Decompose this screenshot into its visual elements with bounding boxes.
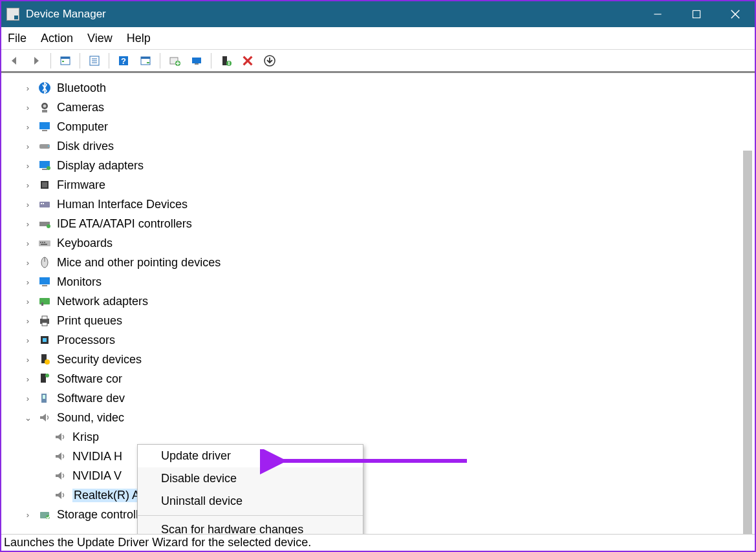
menu-help[interactable]: Help [127, 32, 151, 45]
svg-rect-58 [43, 338, 47, 342]
tree-category[interactable]: ›Cameras [23, 98, 755, 117]
scan-hardware-button[interactable] [188, 52, 206, 69]
chevron-right-icon[interactable]: › [23, 161, 32, 171]
app-icon [6, 8, 19, 21]
svg-rect-47 [41, 244, 47, 245]
tree-category[interactable]: ›IDE ATA/ATAPI controllers [23, 214, 755, 233]
statusbar: Launches the Update Driver Wizard for th… [1, 534, 755, 551]
window-title: Device Manager [26, 8, 106, 21]
chevron-right-icon[interactable]: › [23, 219, 32, 229]
tree-category-label: Network adapters [57, 295, 148, 308]
context-disable-device[interactable]: Disable device [138, 467, 363, 490]
chevron-right-icon[interactable]: › [23, 180, 32, 190]
properties-button[interactable] [85, 52, 103, 69]
svg-rect-45 [42, 242, 43, 243]
svg-rect-37 [42, 182, 47, 187]
tree-category-label: Display adapters [57, 159, 144, 173]
software2-icon [38, 391, 52, 405]
monitor-icon [38, 275, 52, 289]
context-update-driver[interactable]: Update driver [138, 445, 363, 467]
svg-rect-30 [42, 130, 47, 131]
nav-back-button[interactable] [5, 52, 23, 69]
enable-device-button[interactable] [217, 52, 235, 69]
device-tree[interactable]: ›Bluetooth›Cameras›Computer›Disk drives›… [1, 73, 755, 534]
svg-point-35 [47, 166, 50, 170]
update-driver-button[interactable] [166, 52, 184, 69]
menu-file[interactable]: File [8, 32, 27, 45]
window-controls [638, 1, 755, 27]
tree-category[interactable]: ›Processors [23, 330, 755, 350]
tree-category[interactable]: ›Disk drives [23, 136, 755, 156]
help-button[interactable]: ? [114, 52, 133, 69]
chevron-right-icon[interactable]: › [23, 355, 32, 365]
tree-category-label: Keyboards [57, 237, 113, 250]
svg-rect-1 [693, 10, 700, 17]
show-hidden-button[interactable] [56, 52, 74, 69]
svg-rect-29 [39, 122, 50, 129]
tree-category[interactable]: ›Keyboards [23, 233, 755, 253]
chevron-right-icon[interactable]: › [23, 258, 32, 268]
chevron-right-icon[interactable]: › [23, 335, 32, 345]
svg-point-32 [48, 145, 49, 147]
chevron-right-icon[interactable]: › [23, 103, 32, 112]
context-menu: Update driver Disable device Uninstall d… [137, 444, 363, 534]
tree-category-label: Cameras [57, 101, 104, 114]
chevron-right-icon[interactable]: › [23, 277, 32, 287]
uninstall-button[interactable] [261, 52, 279, 69]
tree-category[interactable]: ›Software dev [23, 388, 755, 408]
tree-category[interactable]: ›Human Interface Devices [23, 195, 755, 214]
tree-category[interactable]: ›Network adapters [23, 292, 755, 311]
tree-category[interactable]: ›Print queues [23, 311, 755, 330]
tree-category-label: Sound, videc [57, 411, 124, 425]
minimize-button[interactable] [638, 1, 677, 27]
context-uninstall-device[interactable]: Uninstall device [138, 490, 363, 513]
chevron-right-icon[interactable]: › [23, 122, 32, 132]
chevron-right-icon[interactable]: › [23, 297, 32, 306]
context-scan-hardware[interactable]: Scan for hardware changes [138, 518, 363, 534]
security-icon [38, 352, 52, 366]
tree-category-label: Software cor [57, 372, 122, 386]
nav-forward-button[interactable] [27, 52, 45, 69]
tree-category[interactable]: ›Display adapters [23, 156, 755, 175]
speaker-icon [53, 488, 67, 502]
tree-category[interactable]: ›Storage controllers [23, 505, 755, 524]
vertical-scrollbar[interactable] [743, 151, 752, 534]
tree-category-label: Software dev [57, 392, 125, 405]
chevron-right-icon[interactable]: › [23, 374, 32, 384]
chevron-right-icon[interactable]: › [23, 394, 32, 403]
sound-icon [38, 410, 52, 425]
chevron-right-icon[interactable]: › [23, 200, 32, 209]
menu-action[interactable]: Action [41, 32, 73, 45]
tree-category[interactable]: ›Software cor [23, 369, 755, 388]
close-button[interactable] [716, 1, 755, 27]
firmware-icon [38, 178, 52, 192]
svg-rect-14 [141, 57, 150, 59]
tree-category[interactable]: ›Firmware [23, 175, 755, 195]
tree-category[interactable]: ›Monitors [23, 272, 755, 292]
menubar: File Action View Help [1, 27, 755, 50]
menu-view[interactable]: View [87, 32, 113, 45]
svg-rect-40 [43, 203, 44, 204]
chevron-right-icon[interactable]: › [23, 83, 32, 93]
svg-rect-20 [222, 56, 227, 65]
chevron-right-icon[interactable]: › [23, 316, 32, 326]
svg-rect-39 [41, 203, 42, 204]
svg-point-42 [47, 224, 50, 228]
maximize-button[interactable] [677, 1, 716, 27]
tree-category[interactable]: ›Bluetooth [23, 78, 755, 98]
toolbar: ? [1, 50, 755, 73]
chevron-right-icon[interactable]: › [23, 142, 32, 151]
details-button[interactable] [136, 52, 155, 69]
chevron-right-icon[interactable]: › [23, 510, 32, 520]
tree-category[interactable]: ›Computer [23, 117, 755, 136]
chevron-right-icon[interactable]: › [23, 239, 32, 248]
titlebar: Device Manager [1, 1, 755, 27]
tree-category[interactable]: ⌄Sound, videc [23, 408, 755, 427]
remove-device-button[interactable] [239, 52, 257, 69]
chevron-down-icon[interactable]: ⌄ [23, 413, 32, 423]
tree-category-label: Processors [57, 334, 115, 347]
tree-category[interactable]: ›Security devices [23, 350, 755, 369]
tree-category-label: Bluetooth [57, 81, 106, 95]
tree-category[interactable]: ›Mice and other pointing devices [23, 253, 755, 272]
svg-rect-38 [39, 202, 50, 207]
